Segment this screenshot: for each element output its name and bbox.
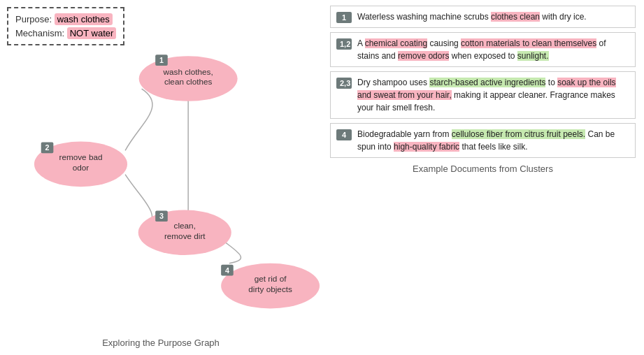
doc-text-4: Biodegradable yarn from cellulose fiber … [357, 128, 629, 153]
right-panel: 1 Waterless washing machine scrubs cloth… [322, 0, 644, 355]
doc-badge-3: 2,3 [336, 78, 352, 89]
doc-badge-1: 1 [336, 12, 352, 23]
node-1-label-line1: wash clothes, [163, 67, 213, 76]
hl-starch-based: starch-based active ingredients [429, 78, 545, 87]
badge-4-text: 4 [225, 266, 229, 275]
purpose-graph: wash clothes, clean clothes 1 remove bad… [0, 0, 322, 321]
doc-card-1: 1 Waterless washing machine scrubs cloth… [330, 6, 636, 28]
left-caption: Exploring the Purpose Graph [0, 338, 322, 348]
doc-text-3: Dry shampoo uses starch-based active ing… [357, 76, 629, 114]
hl-cellulose-fiber: cellulose fiber from citrus fruit peels. [452, 129, 585, 139]
hl-cotton-materials: cotton materials to clean themselves [461, 38, 596, 48]
doc-text-1: Waterless washing machine scrubs clothes… [357, 10, 587, 23]
doc-badge-2: 1,2 [336, 38, 352, 50]
node-2-label-line2: odor [73, 163, 90, 172]
badge-3-text: 3 [159, 212, 164, 220]
hl-clothes-clean: clothes clean [491, 12, 540, 22]
node-3-label-line2: remove dirt [164, 231, 206, 240]
node-3-label-line1: clean, [174, 221, 196, 230]
node-4-label-line2: dirty objects [248, 284, 292, 294]
doc-card-2: 1,2 A chemical coating causing cotton ma… [330, 32, 636, 67]
doc-card-4: 4 Biodegradable yarn from cellulose fibe… [330, 123, 636, 158]
left-panel: Purpose: wash clothes Mechanism: NOT wat… [0, 0, 322, 355]
edge-2-1 [125, 89, 152, 150]
doc-text-2: A chemical coating causing cotton materi… [357, 37, 629, 62]
doc-card-3: 2,3 Dry shampoo uses starch-based active… [330, 71, 636, 119]
node-1-label-line2: clean clothes [164, 77, 213, 86]
hl-remove-odors: remove odors [398, 51, 449, 61]
hl-sunlight: sunlight. [517, 51, 549, 61]
hl-chemical-coating: chemical coating [365, 38, 427, 48]
badge-1-text: 1 [159, 56, 164, 64]
node-2-label-line1: remove bad [59, 152, 103, 161]
doc-badge-4: 4 [336, 129, 352, 140]
edge-3-4 [226, 242, 241, 263]
badge-2-text: 2 [45, 143, 50, 152]
node-4-label-line1: get rid of [255, 274, 287, 283]
hl-high-quality-fabric: high-quality fabric [394, 142, 459, 152]
right-caption: Example Documents from Clusters [330, 162, 636, 174]
